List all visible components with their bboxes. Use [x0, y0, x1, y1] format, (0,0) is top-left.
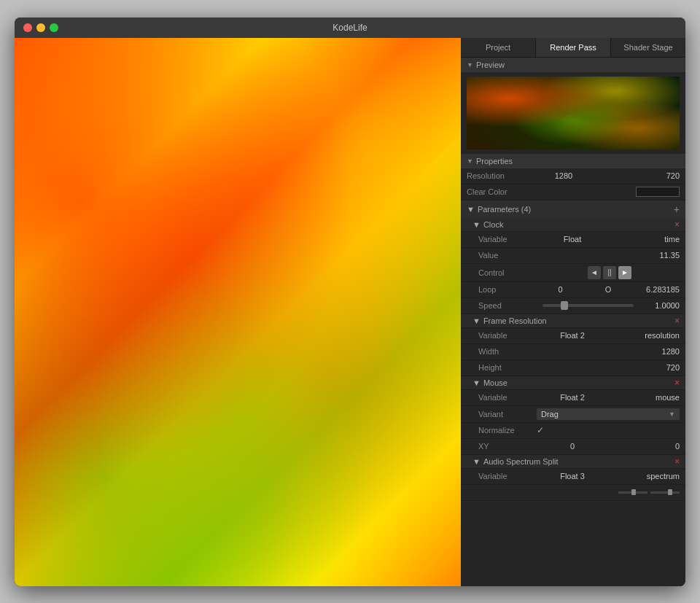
preview-thumbnail: [467, 77, 680, 149]
audio-spectrum-variable-row: Variable Float 3 spectrum: [461, 469, 685, 485]
clock-group-header[interactable]: ▼ Clock ×: [461, 218, 685, 232]
frame-resolution-variable-label: Variable: [478, 331, 537, 340]
audio-spectrum-slider-2[interactable]: [650, 491, 680, 494]
audio-spectrum-slider-1[interactable]: [618, 491, 648, 494]
mouse-variable-name[interactable]: mouse: [608, 393, 680, 402]
mouse-normalize-check[interactable]: ✓: [537, 425, 544, 435]
clock-value-row: Value 11.35: [461, 248, 685, 264]
clock-variable-type: Float: [537, 235, 608, 244]
clock-prev-button[interactable]: ◄: [588, 266, 601, 279]
clock-group-label: Clock: [483, 220, 504, 229]
maximize-button[interactable]: [50, 23, 58, 32]
clock-arrow-icon: ▼: [472, 220, 481, 229]
clock-play-button[interactable]: ►: [618, 266, 631, 279]
mouse-remove-button[interactable]: ×: [674, 378, 680, 387]
mouse-arrow-icon: ▼: [472, 378, 481, 387]
frame-resolution-variable-row: Variable Float 2 resolution: [461, 328, 685, 344]
audio-spectrum-arrow-icon: ▼: [472, 457, 481, 466]
audio-spectrum-group-label: Audio Spectrum Split: [483, 457, 559, 466]
frame-resolution-width-label: Width: [478, 347, 537, 356]
preview-thumbnail-image: [467, 77, 680, 149]
titlebar: KodeLife: [15, 17, 685, 38]
resolution-width[interactable]: 1280: [525, 171, 602, 180]
frame-resolution-width-val[interactable]: 1280: [537, 347, 680, 356]
dropdown-arrow-icon: ▼: [669, 411, 675, 418]
parameters-arrow-icon: ▼: [467, 205, 475, 214]
tab-shader-stage[interactable]: Shader Stage: [611, 38, 685, 57]
audio-spectrum-variable-label: Variable: [478, 472, 537, 481]
clock-control-row: Control ◄ || ►: [461, 264, 685, 282]
audio-spectrum-remove-button[interactable]: ×: [674, 457, 680, 466]
clock-loop-mid: O: [584, 285, 631, 294]
clock-value[interactable]: 11.35: [537, 251, 680, 260]
clock-speed-label: Speed: [478, 301, 537, 310]
mouse-variant-value: Drag: [541, 410, 559, 419]
properties-arrow-icon: ▼: [467, 157, 473, 165]
clock-value-label: Value: [478, 251, 537, 260]
minimize-button[interactable]: [36, 23, 45, 32]
frame-resolution-variable-type: Float 2: [537, 331, 608, 340]
mouse-y-value[interactable]: 0: [608, 442, 680, 451]
frame-resolution-height-label: Height: [478, 363, 537, 372]
mouse-x-value[interactable]: 0: [537, 442, 608, 451]
frame-resolution-arrow-icon: ▼: [472, 316, 481, 325]
mouse-normalize-label: Normalize: [478, 426, 537, 435]
audio-spectrum-thumb-1: [631, 489, 636, 495]
frame-resolution-height-row: Height 720: [461, 360, 685, 376]
close-button[interactable]: [23, 23, 32, 32]
clock-speed-slider[interactable]: [542, 304, 634, 307]
clear-color-swatch[interactable]: [636, 187, 680, 197]
add-parameter-button[interactable]: +: [674, 203, 680, 215]
clock-variable-name[interactable]: time: [608, 235, 680, 244]
clock-loop-row: Loop 0 O 6.283185: [461, 282, 685, 298]
clock-remove-button[interactable]: ×: [674, 220, 680, 229]
main-window: KodeLife Project Render Pass Shader Stag…: [15, 17, 685, 586]
mouse-xy-row: XY 0 0: [461, 439, 685, 455]
sidebar: Project Render Pass Shader Stage ▼ Previ…: [461, 38, 685, 586]
resolution-height[interactable]: 720: [602, 171, 680, 180]
clock-variable-label: Variable: [478, 235, 537, 244]
clock-speed-row: Speed 1.0000: [461, 298, 685, 314]
clock-speed-value[interactable]: 1.0000: [639, 301, 680, 310]
clear-color-row: Clear Color: [461, 184, 685, 201]
mouse-variant-dropdown[interactable]: Drag ▼: [537, 408, 680, 420]
frame-resolution-group-header[interactable]: ▼ Frame Resolution ×: [461, 314, 685, 328]
clear-color-label: Clear Color: [467, 187, 525, 196]
clock-control-label: Control: [478, 268, 537, 277]
parameters-section-header[interactable]: ▼ Parameters (4) +: [461, 201, 685, 218]
audio-spectrum-group-header[interactable]: ▼ Audio Spectrum Split ×: [461, 455, 685, 469]
main-preview-canvas: [15, 38, 461, 586]
frame-resolution-variable-name[interactable]: resolution: [608, 331, 680, 340]
tab-render-pass[interactable]: Render Pass: [536, 38, 611, 57]
frame-resolution-height-val[interactable]: 720: [537, 363, 680, 372]
tab-bar: Project Render Pass Shader Stage: [461, 38, 685, 58]
resolution-row: Resolution 1280 720: [461, 168, 685, 184]
preview-section-header[interactable]: ▼ Preview: [461, 58, 685, 72]
frame-resolution-remove-button[interactable]: ×: [674, 316, 680, 325]
mouse-variable-label: Variable: [478, 393, 537, 402]
mouse-variable-type: Float 2: [537, 393, 608, 402]
clock-control-buttons: ◄ || ►: [540, 266, 680, 279]
audio-spectrum-variable-type: Float 3: [537, 472, 608, 481]
clock-pause-button[interactable]: ||: [603, 266, 616, 279]
mouse-variant-row: Variant Drag ▼: [461, 406, 685, 423]
properties-section-header[interactable]: ▼ Properties: [461, 154, 685, 168]
clock-loop-end[interactable]: 6.283185: [632, 285, 680, 294]
clock-loop-label: Loop: [478, 285, 537, 294]
mouse-variant-label: Variant: [478, 410, 537, 419]
main-content: Project Render Pass Shader Stage ▼ Previ…: [15, 38, 685, 586]
properties-body: Resolution 1280 720 Clear Color: [461, 168, 685, 201]
clock-speed-thumb: [561, 301, 568, 310]
resolution-label: Resolution: [467, 171, 525, 180]
audio-spectrum-sliders: [537, 491, 680, 494]
mouse-group-label: Mouse: [483, 378, 508, 387]
mouse-normalize-row: Normalize ✓: [461, 423, 685, 439]
audio-spectrum-variable-name[interactable]: spectrum: [608, 472, 680, 481]
parameters-section-label: Parameters (4): [478, 205, 531, 214]
mouse-variable-row: Variable Float 2 mouse: [461, 390, 685, 406]
tab-project[interactable]: Project: [461, 38, 536, 57]
clock-loop-start[interactable]: 0: [537, 285, 584, 294]
mouse-group-header[interactable]: ▼ Mouse ×: [461, 376, 685, 390]
frame-resolution-group-label: Frame Resolution: [483, 316, 547, 325]
clock-variable-row: Variable Float time: [461, 232, 685, 248]
